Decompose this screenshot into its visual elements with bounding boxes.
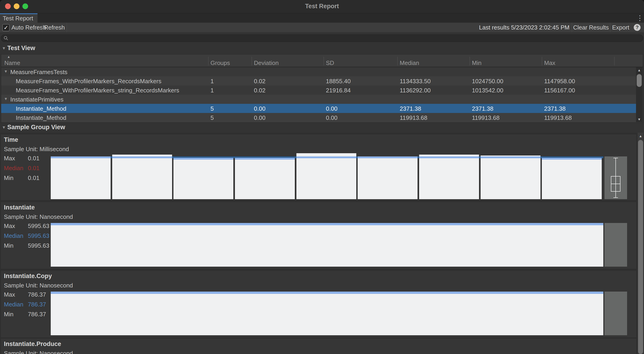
cell-groups: 5 [210,105,214,112]
test-view-foldout-icon[interactable]: ▼ [2,46,6,51]
column-divider [542,57,542,65]
sample-group-view-header: ▼ Sample Group View [0,123,644,133]
scroll-up-icon[interactable]: ▲ [636,68,642,72]
scroll-down-icon[interactable]: ▼ [636,117,642,121]
cell-groups: 1 [210,78,214,85]
test-name: Instantiate_Method [16,105,66,112]
sample-group-view-scrollbar-thumb[interactable] [638,140,643,354]
sample-bar [112,155,172,199]
sample-group-view-foldout-icon[interactable]: ▼ [2,125,6,130]
column-header-groups[interactable]: Groups [210,60,230,67]
column-header-deviation[interactable]: Deviation [254,60,278,67]
median-line [51,223,603,225]
cell-min: 119913.68 [472,114,500,121]
stat-label-min: Min [4,242,27,249]
sample-group-panel: TimeSample Unit: MillisecondMax0.01Media… [1,134,636,200]
table-row[interactable]: ▼MeasureFramesTests [1,67,636,76]
test-view-header: ▼ Test View [0,43,644,54]
sample-group-title: Instantiate.Produce [4,340,61,347]
cell-median: 1136292.00 [400,87,430,94]
table-row[interactable]: ▼InstantiatePrimitives [1,95,636,104]
tab-bar: Test Report ⋮ [0,13,644,23]
sample-group-title: Time [4,136,18,143]
sample-group-title: Instantiate.Copy [4,273,52,280]
stat-value-min: 786.37 [28,311,46,318]
cell-min: 1024750.00 [472,78,503,85]
cell-min: 2371.38 [472,105,494,112]
test-view-table: ▲ Name Groups Deviation SD Median Min Ma… [1,54,643,123]
column-header-name[interactable]: Name [4,60,20,67]
sample-bar [358,156,418,199]
table-row[interactable]: Instantiate_Method50.000.002371.382371.3… [1,104,636,113]
box-plot-panel [604,156,627,199]
box-plot-panel [604,291,627,335]
test-report-window: Test Report Test Report ⋮ ✓ Auto Refresh… [0,0,644,354]
stat-label-median: Median [4,232,27,239]
cell-sd: 0.00 [326,114,338,121]
stat-label-max: Max [4,155,27,162]
box-plot-cap [614,197,618,198]
cell-groups: 1 [210,87,214,94]
group-name: InstantiatePrimitives [10,96,64,103]
cell-max: 119913.68 [544,114,572,121]
cell-max: 2371.38 [544,105,566,112]
scroll-up-icon[interactable]: ▲ [638,134,644,138]
test-name: MeasureFrames_WithProfilerMarkers_Record… [16,78,161,85]
cell-max: 1147958.00 [544,78,575,85]
box-plot-panel [604,223,627,267]
cell-deviation: 0.00 [254,105,266,112]
auto-refresh-checkbox[interactable]: ✓ [2,24,10,31]
column-header-median[interactable]: Median [400,60,419,67]
stat-label-median: Median [4,165,27,172]
table-scrollbar-thumb[interactable] [637,74,642,87]
stat-label-median: Median [4,301,27,308]
median-line [480,156,540,158]
stat-label-min: Min [4,174,27,182]
sample-bar [419,155,479,199]
cell-median: 1134333.50 [400,78,430,85]
table-row[interactable]: MeasureFrames_WithProfilerMarkers_string… [1,86,636,95]
check-icon: ✓ [4,25,8,31]
table-row[interactable]: Instantiate_Method50.000.00119913.681199… [1,113,636,122]
median-line [358,156,418,158]
column-divider [324,57,324,65]
help-button[interactable]: ? [634,24,640,31]
toolbar: ✓ Auto Refresh Refresh Last results 5/23… [0,23,644,33]
row-foldout-icon[interactable]: ▼ [4,69,8,74]
sample-group-view-scrollbar[interactable]: ▲ [638,133,644,354]
box-plot-cap [614,158,618,158]
sample-unit-label: Sample Unit: Nanosecond [4,350,73,354]
stat-value-min: 5995.63 [28,242,49,249]
sample-group-title: Instantiate [4,204,35,211]
table-scrollbar[interactable]: ▲ ▼ [636,67,642,122]
table-row[interactable]: MeasureFrames_WithProfilerMarkers_Record… [1,76,636,86]
stat-label-max: Max [4,291,27,298]
row-foldout-icon[interactable]: ▼ [4,97,8,101]
stat-value-min: 0.01 [28,174,40,182]
median-line [296,156,356,158]
column-header-max[interactable]: Max [544,60,555,67]
median-line [542,158,602,160]
refresh-button[interactable]: Refresh [42,24,67,31]
search-field[interactable] [1,35,643,42]
table-header: ▲ Name Groups Deviation SD Median Min Ma… [1,55,643,67]
search-icon [4,36,9,41]
median-line [174,158,233,160]
column-divider [252,57,252,65]
kebab-menu-icon[interactable]: ⋮ [636,14,644,23]
cell-deviation: 0.02 [254,78,266,85]
column-header-min[interactable]: Min [472,60,482,67]
sample-unit-label: Sample Unit: Nanosecond [4,213,73,220]
export-button[interactable]: Export [610,24,631,31]
tab-test-report[interactable]: Test Report [0,13,38,23]
tab-label: Test Report [3,15,33,22]
column-header-sd[interactable]: SD [326,60,334,67]
clear-results-button[interactable]: Clear Results [572,24,610,31]
sample-group-panel: Instantiate.ProduceSample Unit: Nanoseco… [1,339,636,354]
test-name: Instantiate_Method [16,114,66,121]
column-divider [614,57,614,65]
search-input[interactable] [11,35,638,41]
sample-unit-label: Sample Unit: Millisecond [4,146,69,153]
stat-value-median: 0.01 [28,165,40,172]
test-name: MeasureFrames_WithProfilerMarkers_string… [16,87,179,94]
